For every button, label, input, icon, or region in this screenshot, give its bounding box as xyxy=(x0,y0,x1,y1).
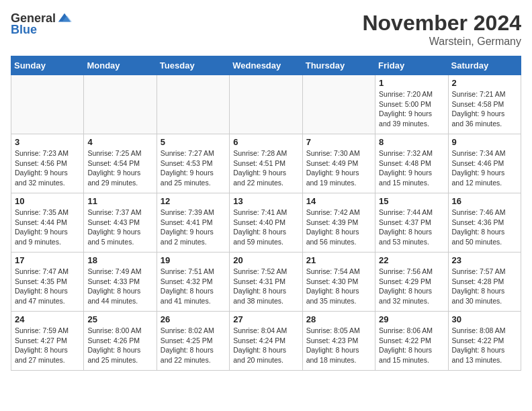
title-area: November 2024 Warstein, Germany xyxy=(362,11,521,48)
day-number: 24 xyxy=(15,314,80,324)
calendar-cell: 13Sunrise: 7:41 AM Sunset: 4:40 PM Dayli… xyxy=(230,193,302,253)
calendar-cell: 23Sunrise: 7:57 AM Sunset: 4:28 PM Dayli… xyxy=(448,253,521,312)
location-title: Warstein, Germany xyxy=(362,36,521,48)
day-info: Sunrise: 7:54 AM Sunset: 4:30 PM Dayligh… xyxy=(306,267,371,306)
day-info: Sunrise: 7:56 AM Sunset: 4:29 PM Dayligh… xyxy=(379,267,444,306)
day-number: 18 xyxy=(87,255,152,265)
calendar-cell: 21Sunrise: 7:54 AM Sunset: 4:30 PM Dayli… xyxy=(302,253,375,312)
calendar-cell: 26Sunrise: 8:02 AM Sunset: 4:25 PM Dayli… xyxy=(157,312,229,371)
day-info: Sunrise: 7:25 AM Sunset: 4:54 PM Dayligh… xyxy=(87,148,152,188)
month-title: November 2024 xyxy=(362,11,521,36)
calendar-cell: 7Sunrise: 7:30 AM Sunset: 4:49 PM Daylig… xyxy=(302,134,375,193)
day-number: 3 xyxy=(15,137,80,147)
day-info: Sunrise: 7:34 AM Sunset: 4:46 PM Dayligh… xyxy=(452,148,517,188)
day-info: Sunrise: 7:57 AM Sunset: 4:28 PM Dayligh… xyxy=(452,267,517,306)
calendar-cell: 30Sunrise: 8:08 AM Sunset: 4:22 PM Dayli… xyxy=(448,312,521,371)
calendar-week-row: 1Sunrise: 7:20 AM Sunset: 5:00 PM Daylig… xyxy=(11,75,521,134)
day-info: Sunrise: 7:46 AM Sunset: 4:36 PM Dayligh… xyxy=(452,208,517,247)
day-info: Sunrise: 7:41 AM Sunset: 4:40 PM Dayligh… xyxy=(233,208,298,247)
day-number: 12 xyxy=(161,196,226,206)
day-info: Sunrise: 7:42 AM Sunset: 4:39 PM Dayligh… xyxy=(306,208,371,247)
day-number: 14 xyxy=(306,196,371,206)
calendar-cell: 12Sunrise: 7:39 AM Sunset: 4:41 PM Dayli… xyxy=(157,193,229,253)
logo-blue-text: Blue xyxy=(11,23,37,37)
day-number: 27 xyxy=(233,314,298,324)
logo-icon xyxy=(57,11,72,26)
calendar-cell: 19Sunrise: 7:51 AM Sunset: 4:32 PM Dayli… xyxy=(157,253,229,312)
calendar-week-row: 24Sunrise: 7:59 AM Sunset: 4:27 PM Dayli… xyxy=(11,312,521,371)
weekday-header-monday: Monday xyxy=(84,56,157,75)
day-info: Sunrise: 7:27 AM Sunset: 4:53 PM Dayligh… xyxy=(161,148,226,188)
day-info: Sunrise: 8:02 AM Sunset: 4:25 PM Dayligh… xyxy=(161,326,226,365)
calendar-table: SundayMondayTuesdayWednesdayThursdayFrid… xyxy=(11,56,521,371)
calendar-cell: 29Sunrise: 8:06 AM Sunset: 4:22 PM Dayli… xyxy=(375,312,448,371)
weekday-header-saturday: Saturday xyxy=(448,56,521,75)
day-number: 9 xyxy=(452,137,517,147)
day-number: 7 xyxy=(306,137,371,147)
calendar-cell: 16Sunrise: 7:46 AM Sunset: 4:36 PM Dayli… xyxy=(448,193,521,253)
calendar-cell: 3Sunrise: 7:23 AM Sunset: 4:56 PM Daylig… xyxy=(11,134,84,193)
weekday-header-wednesday: Wednesday xyxy=(230,56,302,75)
day-number: 22 xyxy=(379,255,444,265)
day-number: 26 xyxy=(161,314,226,324)
calendar-cell: 18Sunrise: 7:49 AM Sunset: 4:33 PM Dayli… xyxy=(84,253,157,312)
calendar-cell: 2Sunrise: 7:21 AM Sunset: 4:58 PM Daylig… xyxy=(448,75,521,134)
day-info: Sunrise: 7:49 AM Sunset: 4:33 PM Dayligh… xyxy=(87,267,152,306)
day-info: Sunrise: 7:59 AM Sunset: 4:27 PM Dayligh… xyxy=(15,326,80,365)
day-info: Sunrise: 7:52 AM Sunset: 4:31 PM Dayligh… xyxy=(233,267,298,306)
weekday-header-tuesday: Tuesday xyxy=(157,56,229,75)
day-number: 29 xyxy=(379,314,444,324)
calendar-cell: 15Sunrise: 7:44 AM Sunset: 4:37 PM Dayli… xyxy=(375,193,448,253)
day-number: 20 xyxy=(233,255,298,265)
day-number: 2 xyxy=(452,78,517,88)
calendar-cell: 11Sunrise: 7:37 AM Sunset: 4:43 PM Dayli… xyxy=(84,193,157,253)
calendar-cell xyxy=(157,75,229,134)
day-number: 11 xyxy=(87,196,152,206)
day-number: 21 xyxy=(306,255,371,265)
weekday-header-friday: Friday xyxy=(375,56,448,75)
calendar-cell: 20Sunrise: 7:52 AM Sunset: 4:31 PM Dayli… xyxy=(230,253,302,312)
day-number: 25 xyxy=(87,314,152,324)
day-info: Sunrise: 8:04 AM Sunset: 4:24 PM Dayligh… xyxy=(233,326,298,365)
weekday-header-thursday: Thursday xyxy=(302,56,375,75)
day-number: 30 xyxy=(452,314,517,324)
day-info: Sunrise: 7:47 AM Sunset: 4:35 PM Dayligh… xyxy=(15,267,80,306)
day-info: Sunrise: 7:51 AM Sunset: 4:32 PM Dayligh… xyxy=(161,267,226,306)
day-info: Sunrise: 8:06 AM Sunset: 4:22 PM Dayligh… xyxy=(379,326,444,365)
calendar-cell: 17Sunrise: 7:47 AM Sunset: 4:35 PM Dayli… xyxy=(11,253,84,312)
calendar-cell: 27Sunrise: 8:04 AM Sunset: 4:24 PM Dayli… xyxy=(230,312,302,371)
day-number: 17 xyxy=(15,255,80,265)
weekday-header-row: SundayMondayTuesdayWednesdayThursdayFrid… xyxy=(11,56,521,75)
calendar-cell: 1Sunrise: 7:20 AM Sunset: 5:00 PM Daylig… xyxy=(375,75,448,134)
day-info: Sunrise: 8:08 AM Sunset: 4:22 PM Dayligh… xyxy=(452,326,517,365)
calendar-cell: 14Sunrise: 7:42 AM Sunset: 4:39 PM Dayli… xyxy=(302,193,375,253)
day-info: Sunrise: 7:23 AM Sunset: 4:56 PM Dayligh… xyxy=(15,148,80,188)
day-number: 28 xyxy=(306,314,371,324)
day-info: Sunrise: 8:05 AM Sunset: 4:23 PM Dayligh… xyxy=(306,326,371,365)
day-number: 6 xyxy=(233,137,298,147)
calendar-cell: 8Sunrise: 7:32 AM Sunset: 4:48 PM Daylig… xyxy=(375,134,448,193)
weekday-header-sunday: Sunday xyxy=(11,56,84,75)
calendar-cell: 24Sunrise: 7:59 AM Sunset: 4:27 PM Dayli… xyxy=(11,312,84,371)
day-number: 5 xyxy=(161,137,226,147)
day-number: 10 xyxy=(15,196,80,206)
day-number: 19 xyxy=(161,255,226,265)
day-info: Sunrise: 7:20 AM Sunset: 5:00 PM Dayligh… xyxy=(379,89,444,129)
calendar-cell xyxy=(302,75,375,134)
day-info: Sunrise: 7:32 AM Sunset: 4:48 PM Dayligh… xyxy=(379,148,444,188)
calendar-cell: 22Sunrise: 7:56 AM Sunset: 4:29 PM Dayli… xyxy=(375,253,448,312)
day-number: 23 xyxy=(452,255,517,265)
calendar-cell: 28Sunrise: 8:05 AM Sunset: 4:23 PM Dayli… xyxy=(302,312,375,371)
calendar-week-row: 10Sunrise: 7:35 AM Sunset: 4:44 PM Dayli… xyxy=(11,193,521,253)
day-info: Sunrise: 7:39 AM Sunset: 4:41 PM Dayligh… xyxy=(161,208,226,247)
day-number: 16 xyxy=(452,196,517,206)
calendar-cell: 5Sunrise: 7:27 AM Sunset: 4:53 PM Daylig… xyxy=(157,134,229,193)
calendar-cell xyxy=(230,75,302,134)
calendar-cell: 4Sunrise: 7:25 AM Sunset: 4:54 PM Daylig… xyxy=(84,134,157,193)
day-number: 13 xyxy=(233,196,298,206)
day-number: 4 xyxy=(87,137,152,147)
calendar-cell xyxy=(11,75,84,134)
calendar-cell xyxy=(84,75,157,134)
day-info: Sunrise: 7:30 AM Sunset: 4:49 PM Dayligh… xyxy=(306,148,371,188)
day-number: 15 xyxy=(379,196,444,206)
